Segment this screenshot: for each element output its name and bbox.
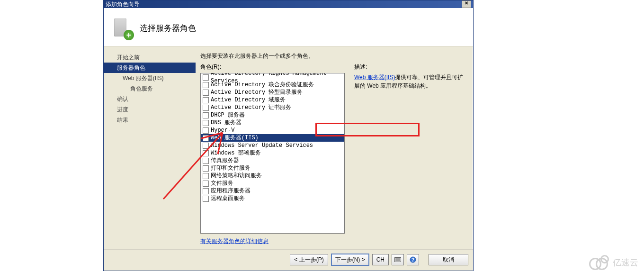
keyboard-icon-button[interactable] [392,254,404,265]
role-row-4[interactable]: Active Directory 证书服务 [201,104,344,111]
iis-link[interactable]: Web 服务器(IIS) [354,74,395,81]
role-checkbox-0[interactable] [203,74,209,81]
role-checkbox-4[interactable] [203,105,209,111]
role-label-8: Web 服务器(IIS) [211,134,259,142]
role-row-10[interactable]: Windows 部署服务 [201,149,344,157]
roles-label: 角色(R): [200,63,345,71]
roles-listbox[interactable]: Active Directory Rights Management Servi… [200,73,345,234]
role-checkbox-2[interactable] [203,90,209,96]
role-row-12[interactable]: 打印和文件服务 [201,164,344,172]
role-label-14: 文件服务 [211,180,233,187]
role-row-11[interactable]: 传真服务器 [201,157,344,164]
role-checkbox-7[interactable] [203,127,209,134]
sidebar-item-3[interactable]: 角色服务 [104,83,196,94]
role-checkbox-12[interactable] [203,165,209,172]
role-label-10: Windows 部署服务 [211,149,261,157]
sidebar: 开始之前服务器角色Web 服务器(IIS)角色服务确认进度结果 [104,46,196,249]
role-label-2: Active Directory 轻型目录服务 [211,89,303,96]
role-row-6[interactable]: DNS 服务器 [201,119,344,127]
next-button[interactable]: 下一步(N) > [331,254,369,266]
wizard-window: 添加角色向导 ✕ + 选择服务器角色 开始之前服务器角色Web 服务器(IIS)… [103,0,474,271]
role-row-7[interactable]: Hyper-V [201,127,344,134]
sidebar-item-2[interactable]: Web 服务器(IIS) [104,73,196,83]
server-add-icon: + [113,17,133,39]
role-label-13: 网络策略和访问服务 [211,172,262,180]
role-label-15: 应用程序服务器 [211,187,250,195]
role-checkbox-6[interactable] [203,120,209,126]
sidebar-item-0[interactable]: 开始之前 [104,52,196,63]
watermark-text: 亿速云 [613,257,638,268]
role-checkbox-10[interactable] [203,150,209,156]
svg-text:?: ? [411,257,414,263]
ch-button[interactable]: CH [372,254,389,265]
sidebar-item-1[interactable]: 服务器角色 [104,63,196,73]
role-row-5[interactable]: DHCP 服务器 [201,111,344,119]
role-label-12: 打印和文件服务 [211,164,250,172]
role-label-4: Active Directory 证书服务 [211,104,291,111]
cancel-button[interactable]: 取消 [429,254,468,265]
role-checkbox-1[interactable] [203,82,209,88]
watermark: 亿速云 [589,257,638,268]
titlebar: 添加角色向导 ✕ [104,0,473,8]
role-checkbox-16[interactable] [203,196,209,202]
page-title: 选择服务器角色 [140,23,196,34]
role-row-3[interactable]: Active Directory 域服务 [201,96,344,104]
role-checkbox-9[interactable] [203,143,209,149]
role-row-8[interactable]: ✓Web 服务器(IIS) [201,134,344,142]
role-row-9[interactable]: Windows Server Update Services [201,142,344,149]
footer: < 上一步(P) 下一步(N) > CH ? 取消 [104,249,473,271]
window-title: 添加角色向导 [106,0,140,9]
role-row-13[interactable]: 网络策略和访问服务 [201,172,344,180]
instruction-text: 选择要安装在此服务器上的一个或多个角色。 [200,52,464,60]
description-label: 描述: [354,63,464,71]
role-checkbox-11[interactable] [203,158,209,164]
role-label-9: Windows Server Update Services [211,142,313,149]
role-label-16: 远程桌面服务 [211,195,245,202]
role-label-1: Active Directory 联合身份验证服务 [211,81,314,89]
role-checkbox-14[interactable] [203,181,209,187]
help-icon-button[interactable]: ? [407,254,419,265]
role-label-6: DNS 服务器 [211,119,242,127]
sidebar-item-6[interactable]: 结果 [104,115,196,125]
role-row-2[interactable]: Active Directory 轻型目录服务 [201,89,344,96]
role-label-3: Active Directory 域服务 [211,96,286,104]
role-row-16[interactable]: 远程桌面服务 [201,195,344,202]
role-label-7: Hyper-V [211,127,234,134]
wizard-header: + 选择服务器角色 [104,8,473,46]
sidebar-item-5[interactable]: 进度 [104,104,196,115]
role-checkbox-8[interactable]: ✓ [203,135,209,141]
prev-button[interactable]: < 上一步(P) [290,254,328,265]
role-checkbox-15[interactable] [203,188,209,194]
role-label-11: 传真服务器 [211,157,239,164]
close-button[interactable]: ✕ [462,0,471,8]
main-panel: 选择要安装在此服务器上的一个或多个角色。 角色(R): Active Direc… [196,46,473,249]
sidebar-item-4[interactable]: 确认 [104,94,196,104]
role-checkbox-3[interactable] [203,97,209,103]
description-text: Web 服务器(IIS)提供可靠、可管理并且可扩展的 Web 应用程序基础结构。 [354,73,464,90]
role-checkbox-5[interactable] [203,112,209,118]
role-row-14[interactable]: 文件服务 [201,180,344,187]
role-row-15[interactable]: 应用程序服务器 [201,187,344,195]
role-label-5: DHCP 服务器 [211,111,245,119]
role-checkbox-13[interactable] [203,173,209,179]
more-info-link[interactable]: 有关服务器角色的详细信息 [200,237,268,245]
role-row-0[interactable]: Active Directory Rights Management Servi… [201,73,344,81]
